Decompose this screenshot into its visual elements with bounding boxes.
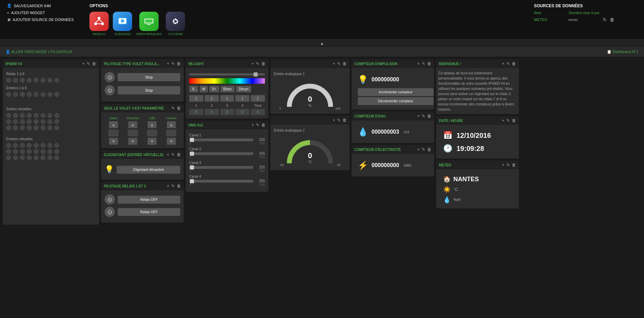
sv-dot-5[interactable] [34, 113, 39, 118]
zone-cuisine-up[interactable]: ▲ [167, 121, 176, 128]
milight-m-btn[interactable]: M [200, 86, 208, 92]
delete-icon[interactable]: 🗑 [610, 17, 614, 22]
ce-delete-icon[interactable]: 🗑 [427, 114, 431, 119]
relais1-power-btn[interactable]: ⏻ [105, 194, 115, 205]
entrees-dot-7[interactable] [47, 92, 52, 97]
reseau-option[interactable]: RÉSEAU [89, 12, 109, 36]
celec-delete-icon[interactable]: 🗑 [427, 147, 431, 152]
volet-stop1-btn[interactable]: Stop [118, 73, 180, 81]
bv-edit-icon[interactable]: ✎ [506, 61, 510, 66]
zone-salon-down[interactable]: ▼ [109, 138, 118, 145]
zone-salon-up[interactable]: ▲ [109, 121, 118, 128]
sv-dot-15[interactable] [47, 119, 52, 124]
ci-increment-btn[interactable]: Incrémenter compteur [358, 88, 433, 96]
volet-add-icon[interactable]: + [167, 61, 169, 66]
ev-dot-5[interactable] [34, 143, 39, 148]
volet-param-edit-icon[interactable]: ✎ [171, 106, 175, 111]
sv-dot-14[interactable] [41, 119, 45, 124]
sv-dot-1[interactable] [6, 113, 11, 118]
milight-add-icon[interactable]: + [251, 61, 254, 66]
ev-dot-19[interactable] [20, 155, 25, 160]
add-widget-button[interactable]: + AJOUTER WIDGET [7, 11, 76, 15]
milight-ch2-btn[interactable]: | [205, 95, 219, 102]
clignotant-add-icon[interactable]: + [167, 152, 169, 157]
ipx800-edit-icon[interactable]: ✎ [87, 61, 90, 66]
relais-dot-6[interactable] [41, 78, 45, 83]
milight-desyn-btn[interactable]: Désyn [236, 86, 251, 92]
sv-dot-11[interactable] [20, 119, 25, 124]
ev-dot-9[interactable] [6, 149, 11, 154]
collapse-bar[interactable]: ▲ [0, 40, 644, 48]
zone-sdb-down[interactable]: ▼ [148, 138, 157, 145]
celec-edit-icon[interactable]: ✎ [422, 147, 425, 152]
ipx800-delete-icon[interactable]: 🗑 [92, 61, 96, 66]
zone-chambre-up[interactable]: ▲ [128, 121, 137, 128]
analogique2-edit-icon[interactable]: ✎ [337, 118, 341, 123]
milight-brightness-slider[interactable] [189, 73, 265, 75]
ce-edit-icon[interactable]: ✎ [422, 114, 425, 119]
relais-dot-8[interactable] [54, 78, 59, 83]
milight-delete-icon[interactable]: 🗑 [261, 61, 266, 66]
zone-chambre-down[interactable]: ▼ [128, 138, 137, 145]
ev-dot-8[interactable] [54, 143, 59, 148]
ev-dot-21[interactable] [34, 155, 39, 160]
analogique1-delete-icon[interactable]: 🗑 [343, 61, 347, 66]
sv-dot-9[interactable] [6, 119, 11, 124]
clignotant-edit-icon[interactable]: ✎ [171, 152, 175, 157]
dt-edit-icon[interactable]: ✎ [506, 118, 510, 123]
ev-dot-14[interactable] [41, 149, 45, 154]
sv-dot-8[interactable] [54, 113, 59, 118]
sv-dot-22[interactable] [41, 125, 45, 130]
mt-add-icon[interactable]: + [502, 163, 504, 167]
entrees-dot-3[interactable] [20, 92, 25, 97]
ev-dot-22[interactable] [41, 155, 45, 160]
ev-dot-24[interactable] [54, 155, 59, 160]
dmx-ch4-slider[interactable] [189, 180, 253, 183]
zone-cuisine-down[interactable]: ▼ [167, 138, 176, 145]
scenario-option[interactable]: ... SCÉNARIO [113, 12, 132, 36]
ev-dot-13[interactable] [34, 149, 39, 154]
celec-add-icon[interactable]: + [417, 147, 420, 152]
sv-dot-21[interactable] [34, 125, 39, 130]
ev-dot-15[interactable] [47, 149, 52, 154]
ev-dot-6[interactable] [41, 143, 45, 148]
ev-dot-10[interactable] [13, 149, 18, 154]
ev-dot-17[interactable] [6, 155, 11, 160]
sv-dot-20[interactable] [27, 125, 32, 130]
ev-dot-16[interactable] [54, 149, 59, 154]
milight-ch-all-btn[interactable]: | [251, 95, 265, 102]
mt-edit-icon[interactable]: ✎ [506, 163, 510, 167]
milight-blanc-btn[interactable]: Blanc [221, 86, 235, 92]
pilotage-relais-add-icon[interactable]: + [167, 184, 169, 188]
relais-dot-3[interactable] [20, 78, 25, 83]
sv-dot-7[interactable] [47, 113, 52, 118]
sv-dot-2[interactable] [13, 113, 18, 118]
sv-dot-12[interactable] [27, 119, 32, 124]
relais-dot-2[interactable] [13, 78, 18, 83]
sv-dot-24[interactable] [54, 125, 59, 130]
sv-dot-4[interactable] [27, 113, 32, 118]
ev-dot-20[interactable] [27, 155, 32, 160]
dmx-edit-icon[interactable]: ✎ [256, 123, 259, 127]
entrees-dot-8[interactable] [54, 92, 59, 97]
entrees-dot-5[interactable] [34, 92, 39, 97]
sv-dot-18[interactable] [13, 125, 18, 130]
ev-dot-7[interactable] [47, 143, 52, 148]
relais2-power-btn[interactable]: ⏻ [105, 207, 115, 217]
ce-add-icon[interactable]: + [417, 114, 420, 119]
ci-edit-icon[interactable]: ✎ [422, 61, 425, 66]
dt-add-icon[interactable]: + [502, 118, 504, 123]
milight-ch4-btn[interactable]: | [235, 95, 249, 102]
dmx-ch2-slider[interactable] [189, 152, 253, 155]
bv-add-icon[interactable]: + [502, 61, 504, 66]
ev-dot-2[interactable] [13, 143, 18, 148]
dmx-ch3-slider[interactable] [189, 166, 253, 169]
pilotage-relais-delete-icon[interactable]: 🗑 [177, 184, 181, 188]
relais-dot-1[interactable] [6, 78, 11, 83]
milight-edit-icon[interactable]: ✎ [256, 61, 259, 66]
ev-dot-23[interactable] [47, 155, 52, 160]
volet-delete-icon[interactable]: 🗑 [177, 61, 181, 66]
user-mode-button[interactable]: 👤 ALLER VERS MODE UTILISATEUR [6, 50, 72, 54]
entrees-dot-6[interactable] [41, 92, 45, 97]
sv-dot-17[interactable] [6, 125, 11, 130]
